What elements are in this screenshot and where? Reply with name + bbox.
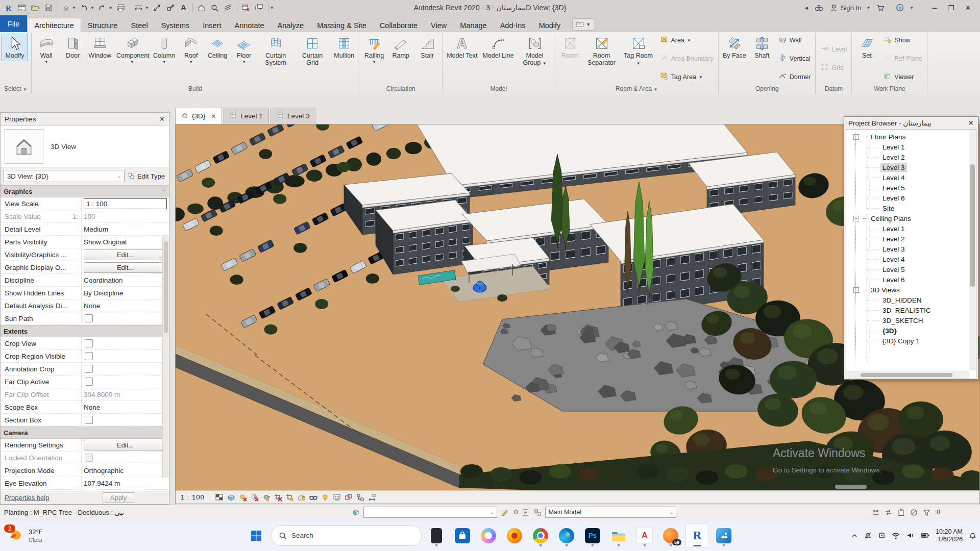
workset-combo[interactable]: ⌄: [363, 507, 497, 518]
level-button[interactable]: Level: [818, 44, 849, 55]
volume-icon[interactable]: [906, 531, 915, 540]
transfer-icon[interactable]: [884, 508, 893, 517]
design-option-combo[interactable]: Main Model⌄: [545, 507, 676, 518]
dropdown-icon[interactable]: ▼: [242, 60, 246, 64]
browser-node-level-2[interactable]: Level 2: [846, 152, 969, 162]
visual-style-icon[interactable]: [215, 492, 225, 502]
dormer-button[interactable]: Dormer: [776, 71, 813, 83]
annotation-crop-checkbox[interactable]: [85, 365, 93, 373]
visibility-graphics-edit-button[interactable]: Edit...: [84, 249, 167, 260]
sign-in-button[interactable]: Sign In: [829, 3, 861, 13]
far-clip-offset-value[interactable]: 304.8000 m: [84, 391, 120, 398]
tray-chevron-icon[interactable]: [851, 532, 858, 539]
floor-button[interactable]: Floor▼: [231, 34, 257, 66]
search-input[interactable]: Search: [271, 525, 422, 546]
rendering-dialog-icon[interactable]: [262, 492, 272, 502]
type-selector-combo[interactable]: 3D View: {3D}⌄: [4, 170, 125, 182]
browser-node-floor-plans[interactable]: −Floor Plans: [846, 132, 969, 142]
app-store-icon[interactable]: [875, 3, 885, 13]
analytical-model-icon[interactable]: [368, 492, 377, 502]
taskbar-app-phone-link[interactable]: [425, 524, 448, 547]
redo-icon[interactable]: [96, 2, 109, 14]
search-prev-icon[interactable]: ◄: [804, 5, 809, 11]
window-button[interactable]: Window: [86, 34, 114, 61]
browser-node-level-3[interactable]: Level 3: [846, 162, 969, 172]
close-button[interactable]: ✕: [965, 4, 971, 12]
browser-node-level-6[interactable]: Level 6: [846, 193, 969, 203]
column-button[interactable]: Column▼: [151, 34, 178, 66]
close-inactive-windows-icon[interactable]: [240, 2, 252, 14]
ribbon-tab-manage[interactable]: Manage: [453, 18, 493, 32]
ribbon-tab-annotate[interactable]: Annotate: [228, 18, 271, 32]
browser-node-3d-realistic[interactable]: 3D_REALISTIC: [846, 305, 969, 315]
clipboard-icon[interactable]: [897, 508, 906, 517]
crop-region-icon[interactable]: [285, 492, 295, 502]
displacement-sets-icon[interactable]: [344, 492, 354, 502]
funnel-icon[interactable]: [922, 508, 932, 517]
view-tab-level-1[interactable]: Level 1: [224, 108, 269, 124]
canvas-horizontal-scrollbar[interactable]: [654, 485, 970, 489]
detail-level-icon[interactable]: [227, 492, 236, 502]
taskbar-app-photoshop[interactable]: Ps: [581, 524, 604, 547]
model-group-button[interactable]: Model Group ▼: [517, 34, 553, 68]
collapse-icon[interactable]: −: [853, 216, 859, 221]
browser-node-level-1[interactable]: Level 1: [846, 142, 969, 152]
options-icon[interactable]: [533, 508, 542, 517]
browser-node-level-4[interactable]: Level 4: [846, 254, 969, 264]
eye-elevation-value[interactable]: 107.9424 m: [84, 480, 120, 487]
sync-with-central-dropdown-icon[interactable]: ▼: [72, 6, 76, 10]
sheet-icon[interactable]: [521, 508, 530, 517]
view-tab--3d-[interactable]: {3D}✕: [175, 108, 222, 124]
taskbar-app-revit[interactable]: R: [685, 523, 709, 548]
curtain-grid-button[interactable]: Curtain Grid: [294, 34, 331, 68]
taskbar-app-photos[interactable]: [713, 524, 735, 547]
tag-area-button[interactable]: Tag Area▼: [658, 71, 716, 83]
far-clip-active-checkbox[interactable]: [85, 378, 93, 386]
save-icon[interactable]: [42, 2, 54, 14]
ribbon-tab-view[interactable]: View: [424, 18, 453, 32]
browser-vertical-scrollbar[interactable]: [969, 130, 976, 370]
type-selector[interactable]: 3D View: [1, 126, 169, 167]
scope-box-value[interactable]: None: [84, 404, 100, 411]
panel-label-room-area[interactable]: Room & Area ▼: [555, 85, 718, 94]
mullion-button[interactable]: Mullion: [331, 34, 357, 61]
redo-dropdown-icon[interactable]: ▼: [109, 6, 113, 10]
modify-button[interactable]: Modify: [2, 34, 28, 61]
view-scale-value[interactable]: 1 : 100: [84, 198, 167, 209]
print-icon[interactable]: [115, 2, 127, 14]
temporary-hide-isolate-icon[interactable]: [309, 492, 318, 502]
ui-window-icon[interactable]: [15, 2, 28, 14]
scrollbar-thumb[interactable]: [164, 241, 168, 333]
collapse-icon[interactable]: −: [853, 287, 859, 293]
edit-type-button[interactable]: Edit Type: [128, 172, 166, 180]
ribbon-tab-structure[interactable]: Structure: [81, 18, 125, 32]
tag-by-category-icon[interactable]: [164, 2, 177, 14]
scrollbar-thumb[interactable]: [861, 373, 952, 377]
dropdown-icon[interactable]: ▼: [189, 60, 193, 64]
sync-with-central-icon[interactable]: [60, 2, 72, 14]
taskbar-app-microsoft-store[interactable]: [451, 524, 474, 547]
ribbon-tab-systems[interactable]: Systems: [155, 18, 197, 32]
set-button[interactable]: Set: [853, 34, 880, 61]
wifi-icon[interactable]: [891, 531, 900, 540]
battery-icon[interactable]: [920, 531, 930, 540]
taskbar-app-edge[interactable]: [555, 524, 578, 547]
dropdown-icon[interactable]: ▼: [687, 38, 691, 43]
open-file-icon[interactable]: [29, 2, 41, 14]
reveal-constraints-icon[interactable]: [356, 492, 365, 502]
close-view-tab-icon[interactable]: ✕: [211, 113, 216, 120]
taskbar-app-notifications-app[interactable]: 59: [659, 524, 682, 547]
dropdown-icon[interactable]: ▼: [162, 60, 166, 64]
crop-view-off-icon[interactable]: [274, 492, 283, 502]
panel-label-select[interactable]: Select ▼: [0, 85, 31, 94]
browser-node-ceiling-plans[interactable]: −Ceiling Plans: [846, 213, 969, 223]
sign-in-dropdown-icon[interactable]: ▼: [866, 6, 870, 10]
pencil-icon[interactable]: [500, 508, 509, 517]
area-button[interactable]: Area▼: [658, 35, 716, 46]
properties-help-link[interactable]: Properties help: [5, 494, 49, 502]
sun-path-checkbox[interactable]: [85, 314, 93, 322]
browser-node-level-3[interactable]: Level 3: [846, 244, 969, 254]
discipline-value[interactable]: Coordination: [84, 277, 123, 284]
browser-node-level-5[interactable]: Level 5: [846, 183, 969, 193]
minimize-button[interactable]: ─: [932, 4, 937, 12]
